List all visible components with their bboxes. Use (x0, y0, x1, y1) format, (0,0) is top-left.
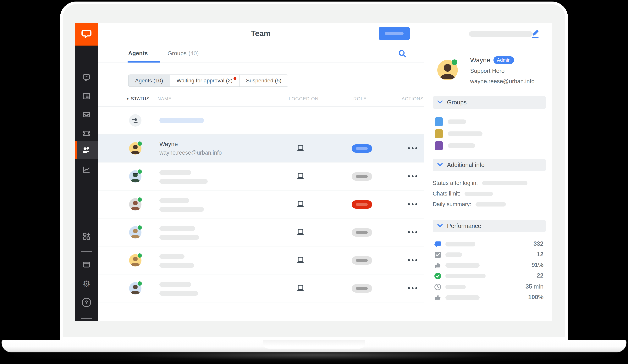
avatar (129, 254, 142, 267)
agent-row[interactable] (98, 218, 424, 246)
sidebar-item-archives[interactable] (75, 87, 98, 106)
row-actions-menu[interactable] (408, 203, 417, 205)
metric-row: 91% (433, 261, 544, 270)
tab-agents[interactable]: Agents (128, 44, 148, 63)
row-actions-menu[interactable] (408, 259, 417, 261)
group-color-swatch (435, 117, 443, 126)
avatar (129, 198, 142, 211)
additional-info-section-header[interactable]: Additional info (433, 159, 546, 171)
chevron-down-icon (437, 163, 443, 167)
active-tab-indicator (128, 61, 160, 63)
sidebar-item-chats[interactable] (75, 69, 98, 87)
info-field: Status after log in: (433, 180, 528, 186)
sidebar-item-billing[interactable] (75, 256, 98, 274)
tab-groups[interactable]: Groups(40) (167, 44, 199, 63)
sidebar-item-tickets[interactable] (75, 124, 98, 143)
group-name-placeholder (448, 144, 475, 148)
tab-groups-count: (40) (188, 50, 199, 57)
metric-label-placeholder (445, 252, 462, 257)
billing-card-icon (82, 260, 91, 270)
filter-agents[interactable]: Agents (10) (129, 75, 170, 86)
agent-row[interactable] (98, 246, 424, 275)
add-agent-row[interactable] (98, 107, 424, 135)
groups-section-header[interactable]: Groups (433, 96, 546, 109)
filter-waiting-for-approval[interactable]: Waiting for approval (2) (170, 75, 239, 86)
panel-title-placeholder (469, 31, 533, 37)
metric-value: 35 min (526, 283, 544, 290)
page-header: Team (98, 23, 424, 44)
agent-name: Wayne (159, 141, 178, 148)
chats-icon (82, 73, 91, 82)
row-actions-menu[interactable] (408, 287, 417, 289)
agent-name-placeholder (159, 198, 189, 203)
info-field: Chats limit: (433, 191, 493, 197)
invite-agents-button[interactable] (379, 27, 410, 40)
add-agent-label-placeholder (159, 118, 204, 123)
metric-row: 12 (433, 251, 544, 259)
metric-label-placeholder (445, 295, 479, 300)
profile-email: wayne.reese@urban.info (470, 78, 535, 84)
group-color-swatch (435, 141, 443, 150)
avatar (129, 226, 142, 238)
edit-pencil-icon (530, 37, 541, 40)
team-icon (82, 145, 91, 155)
edit-agent-button[interactable] (530, 29, 541, 39)
sidebar-item-help[interactable]: ? (75, 293, 98, 311)
agent-row[interactable] (98, 275, 424, 302)
metric-row: 332 (433, 240, 544, 248)
sidebar-divider (81, 251, 92, 252)
logged-on-laptop-icon (297, 228, 305, 237)
row-actions-menu[interactable] (408, 175, 417, 177)
column-role: ROLE (353, 96, 367, 101)
livechat-bubble-icon (81, 29, 92, 40)
app-window: ⚙ ? Team Agents (75, 23, 552, 321)
archives-icon (82, 92, 91, 101)
agent-row[interactable] (98, 191, 424, 218)
laptop-screen: ⚙ ? Team Agents (60, 1, 568, 340)
avatar (129, 282, 142, 294)
logged-on-laptop-icon (297, 145, 305, 153)
sidebar-item-apps[interactable] (75, 227, 98, 246)
resolved-check-icon (433, 272, 442, 281)
agent-name-placeholder (159, 254, 184, 259)
role-pill (352, 228, 372, 237)
agent-email-placeholder (159, 235, 199, 240)
filter-suspended[interactable]: Suspended (5) (239, 75, 288, 86)
agent-email: wayne.reese@urban.info (159, 149, 222, 156)
metric-value: 332 (534, 240, 544, 247)
search-button[interactable] (397, 49, 408, 59)
livechat-logo[interactable] (75, 23, 98, 46)
agent-name-placeholder (159, 226, 195, 231)
metric-value: 22 (537, 272, 544, 279)
sidebar-item-reports[interactable] (75, 161, 98, 179)
metric-unit: min (534, 283, 544, 290)
agent-email-placeholder (159, 179, 208, 184)
agent-list: Wayne wayne.reese@urban.info (98, 107, 424, 302)
metric-label-placeholder (445, 263, 479, 268)
agent-email-placeholder (159, 291, 198, 296)
sidebar-item-inbox[interactable] (75, 106, 98, 124)
search-icon (397, 57, 408, 60)
performance-section-header[interactable]: Performance (433, 220, 546, 232)
metric-value: 100% (528, 294, 544, 301)
online-status-dot (138, 169, 142, 174)
laptop-shadow (13, 352, 615, 363)
agent-row-wayne[interactable]: Wayne wayne.reese@urban.info (98, 135, 424, 162)
role-pill (352, 144, 372, 153)
button-label-placeholder (385, 32, 403, 35)
thumb-up-icon (433, 293, 442, 303)
sidebar-item-team[interactable] (75, 141, 98, 159)
row-actions-menu[interactable] (408, 147, 417, 149)
sidebar-item-settings[interactable]: ⚙ (75, 275, 98, 293)
column-status[interactable]: ▾STATUS (127, 96, 150, 101)
group-color-swatch (435, 129, 443, 138)
avatar (129, 142, 142, 154)
column-name: NAME (157, 96, 171, 101)
profile-name: Wayne (470, 56, 490, 64)
agent-name-placeholder (159, 282, 191, 287)
logged-on-laptop-icon (297, 285, 305, 293)
logged-on-laptop-icon (297, 173, 305, 181)
agent-row[interactable] (98, 162, 424, 191)
metric-label-placeholder (445, 274, 485, 278)
row-actions-menu[interactable] (408, 231, 417, 233)
